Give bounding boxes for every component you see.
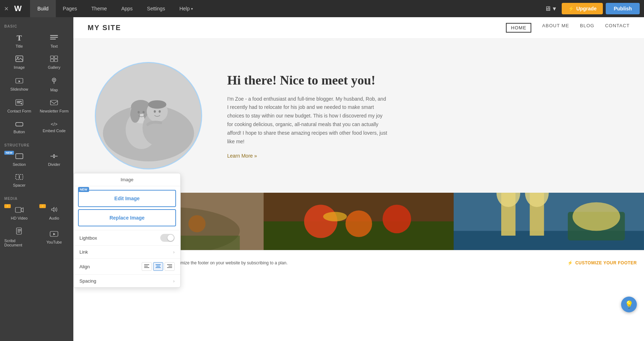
sidebar-section-media: MEDIA (0, 194, 73, 202)
sidebar-item-scribd[interactable]: Scribd Document (2, 224, 36, 250)
sidebar-item-text[interactable]: Text (37, 30, 72, 51)
sidebar-item-map[interactable]: Map (37, 73, 72, 95)
site-nav-about[interactable]: ABOUT ME (542, 23, 569, 33)
sidebar-item-hd-video[interactable]: ⚡ HD Video (2, 203, 36, 223)
sidebar-item-newsletter-form[interactable]: Newsletter Form (37, 96, 72, 116)
svg-rect-6 (54, 56, 58, 58)
svg-rect-8 (54, 59, 58, 62)
sidebar-item-image[interactable]: Image (2, 52, 36, 72)
youtube-icon (50, 231, 58, 238)
sidebar-item-section-label: Section (13, 162, 26, 167)
contact-form-icon (15, 99, 23, 107)
svg-rect-14 (17, 102, 20, 103)
sidebar-item-scribd-label: Scribd Document (4, 239, 34, 247)
sidebar-section-basic: BASIC (0, 21, 73, 30)
site-nav-blog[interactable]: BLOG (580, 23, 594, 33)
sidebar-item-gallery[interactable]: Gallery (37, 52, 72, 72)
svg-rect-47 (144, 267, 149, 268)
sidebar-item-contact-form[interactable]: Contact Form (2, 96, 36, 116)
svg-rect-46 (144, 266, 148, 266)
tab-settings[interactable]: Settings (140, 0, 172, 17)
sidebar-item-section[interactable]: NEW Section (2, 149, 36, 169)
sidebar-item-slideshow[interactable]: Slideshow (2, 73, 36, 95)
svg-rect-3 (16, 56, 23, 62)
gallery-icon (50, 56, 58, 63)
food-img-inner-2 (264, 193, 454, 250)
align-left-button[interactable] (142, 262, 152, 271)
slideshow-icon (15, 77, 23, 85)
image-resize-handle[interactable] (194, 161, 198, 165)
svg-rect-0 (50, 35, 58, 36)
sidebar-item-title[interactable]: T Title (2, 30, 36, 51)
align-row: Align (74, 258, 180, 274)
sidebar-item-image-label: Image (14, 65, 25, 69)
sidebar-item-audio[interactable]: ⚡ Audio (37, 203, 72, 223)
lightbox-row[interactable]: Lightbox (74, 230, 180, 245)
audio-badge: ⚡ (39, 204, 46, 208)
hero-body: I'm Zoe - a food enthusiast and full-tim… (227, 95, 388, 146)
link-row[interactable]: Link › (74, 245, 180, 258)
tab-pages[interactable]: Pages (56, 0, 84, 17)
button-icon (15, 120, 23, 128)
edit-image-button[interactable]: NEW Edit Image (78, 190, 176, 207)
hero-heading: Hi there! Nice to meet you! (227, 73, 623, 88)
customize-footer-button[interactable]: CUSTOMIZE YOUR FOOTER (567, 260, 637, 265)
svg-rect-52 (169, 266, 172, 266)
upgrade-button[interactable]: Upgrade (562, 3, 603, 14)
spacing-label: Spacing (79, 278, 96, 284)
close-button[interactable]: × (4, 5, 9, 12)
site-nav-contact[interactable]: CONTACT (605, 23, 630, 33)
sidebar-item-contact-form-label: Contact Form (7, 109, 31, 113)
weebly-logo: W (14, 4, 22, 13)
sidebar-item-embed-label: Embed Code (43, 129, 65, 133)
sidebar-item-gallery-label: Gallery (48, 65, 60, 69)
tab-theme[interactable]: Theme (84, 0, 114, 17)
svg-point-4 (17, 57, 19, 58)
sidebar-item-button[interactable]: Button (2, 117, 36, 137)
svg-rect-17 (16, 154, 23, 159)
align-center-button[interactable] (153, 262, 163, 271)
divider-icon (50, 153, 58, 160)
hero-link[interactable]: Learn More » (227, 153, 623, 159)
hero-text: Hi there! Nice to meet you! I'm Zoe - a … (206, 73, 623, 159)
device-toggle-button[interactable]: 🖥 ▾ (539, 5, 562, 13)
svg-rect-28 (18, 231, 21, 231)
svg-marker-24 (19, 178, 20, 179)
svg-rect-15 (50, 100, 58, 105)
spacing-row[interactable]: Spacing › (74, 274, 180, 287)
sidebar-item-divider[interactable]: Divider (37, 149, 72, 169)
sidebar-item-slideshow-label: Slideshow (10, 87, 28, 91)
sidebar-item-spacer[interactable]: Spacer (2, 170, 36, 190)
image-block-wrapper: Image NEW Edit Image Replace Image Light… (95, 62, 206, 169)
sidebar-item-youtube[interactable]: YouTube (37, 224, 72, 250)
replace-image-button[interactable]: Replace Image (78, 209, 176, 226)
image-block[interactable] (95, 62, 202, 169)
food-image-2 (264, 193, 454, 250)
svg-rect-29 (18, 232, 20, 232)
sidebar-item-audio-label: Audio (49, 216, 59, 220)
image-icon (15, 56, 23, 63)
svg-point-42 (142, 111, 145, 114)
tab-build[interactable]: Build (30, 0, 55, 17)
tab-help[interactable]: Help ▾ (172, 0, 200, 17)
publish-button[interactable]: Publish (606, 3, 640, 14)
tab-apps[interactable]: Apps (114, 0, 140, 17)
svg-rect-7 (50, 59, 54, 62)
map-icon (50, 77, 58, 86)
site-header: MY SITE HOME ABOUT ME BLOG CONTACT (73, 17, 644, 39)
svg-point-44 (158, 110, 161, 113)
svg-point-36 (130, 105, 140, 123)
sidebar-item-hd-video-label: HD Video (11, 216, 28, 220)
site-nav-home[interactable]: HOME (506, 23, 531, 33)
svg-rect-13 (17, 101, 22, 102)
sidebar-section-structure: STRUCTURE (0, 140, 73, 149)
hero-section: Image NEW Edit Image Replace Image Light… (73, 39, 644, 193)
lightbox-toggle[interactable] (160, 234, 175, 242)
image-popup-header: Image (74, 173, 180, 186)
text-icon (50, 34, 58, 42)
svg-rect-53 (167, 267, 172, 268)
svg-marker-19 (53, 154, 55, 155)
sidebar-item-embed[interactable]: </> Embed Code (37, 117, 72, 137)
help-fab-button[interactable]: 💡 (621, 297, 637, 312)
align-right-button[interactable] (165, 262, 175, 271)
